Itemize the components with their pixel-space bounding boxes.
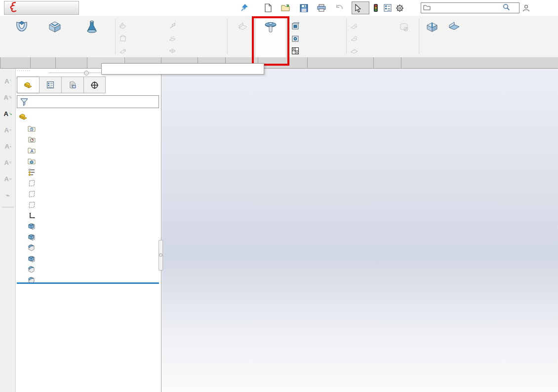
pin-menu-icon[interactable]	[240, 3, 249, 14]
new-file-icon[interactable]	[263, 2, 274, 13]
tab-mbd[interactable]	[374, 57, 401, 68]
feature-manager-tab-strip	[17, 77, 106, 93]
tree-item-boss-extrude2[interactable]	[16, 232, 161, 242]
jog-icon	[168, 22, 176, 30]
ribbon-separator	[419, 19, 419, 54]
menu-bar	[0, 0, 558, 16]
tree-item-top-plane[interactable]	[16, 188, 161, 199]
tree-item-boss-extrude1[interactable]	[16, 221, 161, 232]
cut-column	[291, 18, 343, 57]
forming-tool-wrap	[255, 18, 286, 58]
unfold-button	[350, 20, 393, 32]
tree-item-solid-bodies[interactable]	[16, 156, 161, 166]
panel-collapse-handle[interactable]	[84, 71, 89, 76]
save-icon[interactable]	[298, 2, 309, 13]
tab-surfaces[interactable]	[56, 57, 87, 68]
cross-break-button	[168, 44, 224, 57]
annotations-folder-icon: A	[27, 147, 37, 154]
sketched-bend-icon	[168, 35, 176, 42]
tree-item-boss-extrude3[interactable]	[16, 253, 161, 264]
cross-break-icon	[168, 47, 176, 55]
fm-tab-design-tree[interactable]	[39, 77, 61, 93]
lofted-bend-button[interactable]	[72, 18, 112, 36]
search-magnifier-icon[interactable]	[503, 3, 510, 13]
rollback-bar[interactable]	[17, 282, 159, 284]
import-annotation-icon[interactable]: A↘	[1, 107, 14, 120]
select-tool-button[interactable]	[352, 1, 369, 14]
rebuild-traffic-light-icon[interactable]	[370, 2, 381, 13]
jog-button	[168, 20, 224, 32]
base-flange-button[interactable]	[6, 18, 38, 36]
tree-item-front-plane[interactable]	[16, 177, 161, 188]
quick-access-toolbar	[263, 0, 531, 16]
tab-sketch[interactable]	[31, 57, 56, 68]
lofted-bend-icon	[85, 19, 98, 36]
convert-to-sheet-metal-icon	[47, 19, 62, 36]
convert-to-sheet-metal-button[interactable]	[38, 18, 72, 36]
tree-item-history[interactable]	[16, 123, 161, 134]
undo-icon	[334, 2, 345, 13]
tree-root-item[interactable]	[19, 111, 30, 122]
auto-dimension-icon: A°	[1, 75, 14, 87]
fm-tab-configurations[interactable]	[83, 77, 106, 93]
flatten-button	[350, 44, 393, 57]
fold-icon	[350, 35, 358, 42]
insert-bends-button[interactable]	[441, 18, 467, 36]
tree-item-annotations[interactable]: A	[16, 145, 161, 156]
tree-item-fillet1[interactable]	[16, 242, 161, 253]
tree-item-origin[interactable]	[16, 210, 161, 221]
sketched-bend-button	[168, 32, 224, 44]
command-manager-ribbon	[0, 16, 558, 57]
zoom-to-fit-icon[interactable]	[301, 71, 312, 81]
tab-mbd-dimensions[interactable]	[258, 57, 308, 68]
tab-solidworks-add-ins[interactable]	[308, 57, 374, 68]
search-input[interactable]	[433, 4, 501, 12]
hem-button	[119, 44, 168, 57]
add-annotation-icon: A+	[1, 123, 14, 136]
display-manager-icon	[69, 81, 77, 89]
graphics-viewport[interactable]	[162, 69, 558, 392]
settings-gear-icon[interactable]	[394, 2, 405, 13]
panel-splitter[interactable]	[159, 240, 163, 271]
base-flange-icon	[14, 19, 29, 36]
boss-extrude-icon	[27, 223, 37, 230]
search-box[interactable]	[421, 2, 519, 13]
edge-flange-icon	[119, 22, 127, 30]
rip-button[interactable]	[423, 18, 441, 36]
fold-button	[350, 32, 393, 44]
miter-flange-button	[119, 32, 168, 44]
select-arrow-icon[interactable]	[353, 2, 363, 13]
tree-filter-box[interactable]	[17, 95, 159, 108]
origin-icon	[27, 212, 37, 219]
tree-item-sensors[interactable]	[16, 134, 161, 145]
print-icon[interactable]	[316, 2, 327, 13]
search-scope-icon[interactable]	[423, 3, 431, 12]
tree-item-material[interactable]	[16, 166, 161, 177]
solid-bodies-folder-icon	[27, 157, 37, 164]
forming-tool-button[interactable]	[255, 18, 286, 58]
fm-tab-features[interactable]	[17, 77, 39, 93]
open-file-icon[interactable]	[280, 2, 291, 13]
fm-tab-display-manager[interactable]	[61, 77, 83, 93]
tree-item-fillet2[interactable]	[16, 264, 161, 275]
rip-icon	[426, 19, 438, 36]
plane-icon	[27, 179, 37, 187]
simple-hole-button[interactable]	[291, 32, 343, 44]
tree-item-right-plane[interactable]	[16, 199, 161, 210]
options-list-icon[interactable]	[382, 2, 393, 13]
vent-button[interactable]	[291, 44, 343, 57]
tab-features[interactable]	[0, 57, 31, 68]
user-account-icon[interactable]	[520, 2, 531, 13]
insert-bends-icon	[448, 19, 461, 36]
extruded-cut-button[interactable]	[291, 20, 343, 32]
panel-drag-dots[interactable]: ·······	[17, 68, 32, 73]
configurations-icon	[90, 81, 99, 89]
unfold-icon	[350, 22, 358, 30]
svg-text:A: A	[31, 149, 34, 154]
tree-item-fillet3[interactable]	[16, 275, 161, 286]
forming-tool-tooltip	[101, 63, 264, 75]
plane-icon	[27, 190, 37, 197]
flatten-icon	[350, 47, 358, 55]
chain-dimension-icon: ⌁	[1, 189, 14, 201]
splitter-knob[interactable]	[159, 253, 162, 257]
